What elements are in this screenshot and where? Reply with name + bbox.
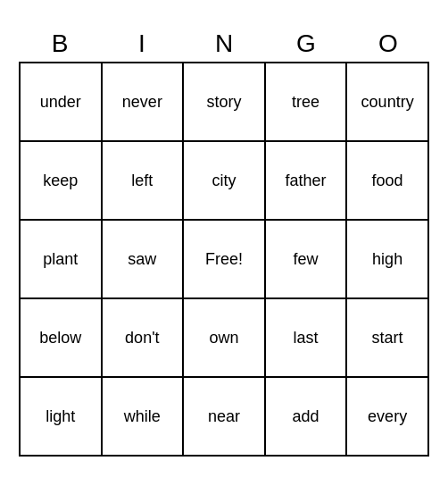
- cell-r4-c3[interactable]: add: [265, 377, 347, 456]
- cell-r1-c2[interactable]: city: [183, 141, 265, 220]
- cell-r3-c0[interactable]: below: [20, 298, 102, 377]
- cell-r0-c2[interactable]: story: [183, 63, 265, 141]
- table-row: plantsawFree!fewhigh: [20, 220, 428, 298]
- cell-r1-c3[interactable]: father: [265, 141, 347, 220]
- header-i: I: [101, 29, 183, 58]
- cell-r2-c4[interactable]: high: [346, 220, 428, 298]
- cell-r3-c3[interactable]: last: [265, 298, 347, 377]
- table-row: lightwhilenearaddevery: [20, 377, 428, 456]
- header-n: N: [183, 29, 265, 58]
- table-row: belowdon'townlaststart: [20, 298, 428, 377]
- cell-r4-c2[interactable]: near: [183, 377, 265, 456]
- cell-r2-c3[interactable]: few: [265, 220, 347, 298]
- cell-r4-c1[interactable]: while: [102, 377, 184, 456]
- cell-r4-c4[interactable]: every: [346, 377, 428, 456]
- bingo-header: B I N G O: [19, 29, 429, 58]
- cell-r4-c0[interactable]: light: [20, 377, 102, 456]
- header-b: B: [19, 29, 101, 58]
- cell-r2-c1[interactable]: saw: [102, 220, 184, 298]
- bingo-grid: underneverstorytreecountrykeepleftcityfa…: [19, 62, 429, 457]
- cell-r0-c1[interactable]: never: [102, 63, 184, 141]
- cell-r3-c1[interactable]: don't: [102, 298, 184, 377]
- cell-r1-c0[interactable]: keep: [20, 141, 102, 220]
- cell-r1-c1[interactable]: left: [102, 141, 184, 220]
- cell-r0-c3[interactable]: tree: [265, 63, 347, 141]
- bingo-card: B I N G O underneverstorytreecountrykeep…: [19, 29, 429, 457]
- cell-r3-c4[interactable]: start: [346, 298, 428, 377]
- table-row: underneverstorytreecountry: [20, 63, 428, 141]
- table-row: keepleftcityfatherfood: [20, 141, 428, 220]
- cell-r1-c4[interactable]: food: [346, 141, 428, 220]
- cell-r0-c0[interactable]: under: [20, 63, 102, 141]
- cell-r2-c2[interactable]: Free!: [183, 220, 265, 298]
- cell-r2-c0[interactable]: plant: [20, 220, 102, 298]
- cell-r3-c2[interactable]: own: [183, 298, 265, 377]
- header-g: G: [265, 29, 347, 58]
- cell-r0-c4[interactable]: country: [346, 63, 428, 141]
- header-o: O: [347, 29, 429, 58]
